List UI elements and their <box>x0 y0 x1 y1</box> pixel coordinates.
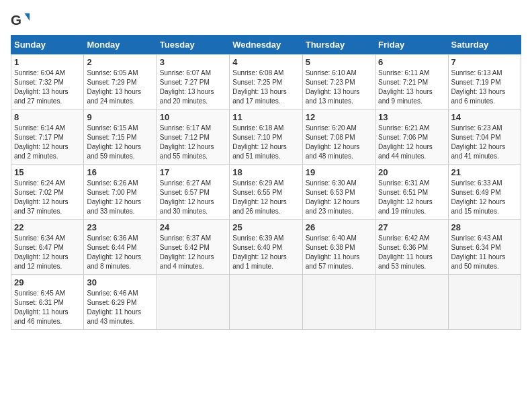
calendar-day <box>375 275 448 330</box>
calendar-week-row: 1Sunrise: 6:04 AMSunset: 7:32 PMDaylight… <box>11 54 521 109</box>
calendar-day: 2Sunrise: 6:05 AMSunset: 7:29 PMDaylight… <box>84 54 157 109</box>
calendar-day: 28Sunrise: 6:43 AMSunset: 6:34 PMDayligh… <box>448 220 521 275</box>
calendar-day: 14Sunrise: 6:23 AMSunset: 7:04 PMDayligh… <box>448 109 521 165</box>
calendar-day <box>157 275 229 330</box>
calendar-day: 8Sunrise: 6:14 AMSunset: 7:17 PMDaylight… <box>11 109 84 165</box>
weekday-header: Sunday <box>11 36 84 54</box>
calendar-day: 11Sunrise: 6:18 AMSunset: 7:10 PMDayligh… <box>230 109 302 165</box>
calendar-table: SundayMondayTuesdayWednesdayThursdayFrid… <box>11 35 521 330</box>
calendar-day: 10Sunrise: 6:17 AMSunset: 7:12 PMDayligh… <box>157 109 229 165</box>
weekday-header: Thursday <box>302 36 375 54</box>
calendar-day: 18Sunrise: 6:29 AMSunset: 6:55 PMDayligh… <box>230 165 302 220</box>
calendar-week-row: 8Sunrise: 6:14 AMSunset: 7:17 PMDaylight… <box>11 109 521 165</box>
calendar-day: 1Sunrise: 6:04 AMSunset: 7:32 PMDaylight… <box>11 54 84 109</box>
calendar-day: 29Sunrise: 6:45 AMSunset: 6:31 PMDayligh… <box>11 275 84 330</box>
calendar-day: 5Sunrise: 6:10 AMSunset: 7:23 PMDaylight… <box>302 54 375 109</box>
calendar-day: 22Sunrise: 6:34 AMSunset: 6:47 PMDayligh… <box>11 220 84 275</box>
calendar-day: 26Sunrise: 6:40 AMSunset: 6:38 PMDayligh… <box>302 220 375 275</box>
calendar-day: 4Sunrise: 6:08 AMSunset: 7:25 PMDaylight… <box>230 54 302 109</box>
weekday-header-row: SundayMondayTuesdayWednesdayThursdayFrid… <box>11 36 521 54</box>
calendar-day: 9Sunrise: 6:15 AMSunset: 7:15 PMDaylight… <box>84 109 157 165</box>
calendar-week-row: 15Sunrise: 6:24 AMSunset: 7:02 PMDayligh… <box>11 165 521 220</box>
calendar-day: 27Sunrise: 6:42 AMSunset: 6:36 PMDayligh… <box>375 220 448 275</box>
calendar-day: 7Sunrise: 6:13 AMSunset: 7:19 PMDaylight… <box>448 54 521 109</box>
calendar-day: 20Sunrise: 6:31 AMSunset: 6:51 PMDayligh… <box>375 165 448 220</box>
calendar-day: 24Sunrise: 6:37 AMSunset: 6:42 PMDayligh… <box>157 220 229 275</box>
calendar-day <box>230 275 302 330</box>
calendar-day: 6Sunrise: 6:11 AMSunset: 7:21 PMDaylight… <box>375 54 448 109</box>
calendar-day: 15Sunrise: 6:24 AMSunset: 7:02 PMDayligh… <box>11 165 84 220</box>
svg-marker-1 <box>25 13 30 21</box>
svg-text:G: G <box>11 12 21 28</box>
calendar-week-row: 22Sunrise: 6:34 AMSunset: 6:47 PMDayligh… <box>11 220 521 275</box>
page-header: G <box>11 11 521 30</box>
calendar-day: 16Sunrise: 6:26 AMSunset: 7:00 PMDayligh… <box>84 165 157 220</box>
calendar-day: 19Sunrise: 6:30 AMSunset: 6:53 PMDayligh… <box>302 165 375 220</box>
calendar-day <box>302 275 375 330</box>
weekday-header: Saturday <box>448 36 521 54</box>
calendar-day: 17Sunrise: 6:27 AMSunset: 6:57 PMDayligh… <box>157 165 229 220</box>
weekday-header: Wednesday <box>230 36 302 54</box>
calendar-day: 12Sunrise: 6:20 AMSunset: 7:08 PMDayligh… <box>302 109 375 165</box>
weekday-header: Tuesday <box>157 36 229 54</box>
calendar-day: 3Sunrise: 6:07 AMSunset: 7:27 PMDaylight… <box>157 54 229 109</box>
weekday-header: Monday <box>84 36 157 54</box>
calendar-day: 25Sunrise: 6:39 AMSunset: 6:40 PMDayligh… <box>230 220 302 275</box>
logo-icon: G <box>11 11 30 30</box>
weekday-header: Friday <box>375 36 448 54</box>
calendar-day <box>448 275 521 330</box>
calendar-day: 23Sunrise: 6:36 AMSunset: 6:44 PMDayligh… <box>84 220 157 275</box>
calendar-day: 21Sunrise: 6:33 AMSunset: 6:49 PMDayligh… <box>448 165 521 220</box>
calendar-week-row: 29Sunrise: 6:45 AMSunset: 6:31 PMDayligh… <box>11 275 521 330</box>
logo: G <box>11 11 32 30</box>
calendar-day: 30Sunrise: 6:46 AMSunset: 6:29 PMDayligh… <box>84 275 157 330</box>
calendar-day: 13Sunrise: 6:21 AMSunset: 7:06 PMDayligh… <box>375 109 448 165</box>
